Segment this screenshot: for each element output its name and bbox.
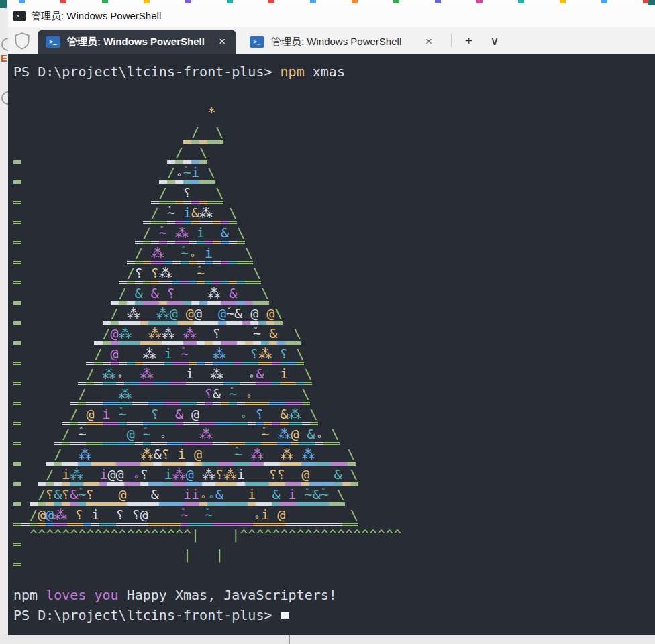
terminal-line: / ⁂ ?& ~ ∘ \ [13,384,652,404]
background-app-bottom-strip [0,635,655,644]
terminal-cursor [281,612,289,619]
terminal-line: / \ [13,122,652,142]
terminal-line: / i⁂ i@@ ∘? i⁂@ ⁂?⁂i ?? @ & \ [13,464,652,484]
background-app-letter: E [1,52,7,64]
terminal-line: /@@⁂ ? i ? ?@ ~ ~ ∘i @ \ [13,504,652,525]
tab-separator [451,34,452,47]
terminal-line: / ⁂ ⁂@ @@ @~& @ @\ [13,303,652,323]
new-tab-button[interactable]: + [460,32,478,50]
terminal-line: / ⁂ ⁂&? i @ ~ ⁂ ⁂ ⁂ \ [13,444,652,464]
powershell-tab-icon: >_ [250,36,264,48]
powershell-icon: >_ [13,11,26,21]
terminal-line: / ⁂∘ ⁂ i ⁂ ∘& i \ [13,364,652,384]
terminal-line [13,82,652,102]
terminal-line: / ⁂ ~∘ i \ [13,243,652,263]
background-divider-line [289,635,290,644]
terminal-line: /?&?&~? @ & ii∘∘& i & i ~&~ \ [13,484,652,504]
terminal-line: / \ [13,142,652,162]
background-app-left-strip: E [0,5,8,635]
terminal-line: | | [13,545,652,565]
tab-powershell-inactive[interactable]: >_ 管理员: Windows PowerShell × [242,30,443,54]
terminal-line: / ~ i&⁂ \ [13,203,652,223]
tab-bar: >_ 管理员: Windows PowerShell × >_ 管理员: Win… [8,27,655,54]
shield-icon [13,32,31,50]
terminal-line: / ~ @ ~ ∘ ⁂ ~ ⁂@ &∘ \ [13,424,652,444]
terminal-line: PS D:\project\ltcins-front-plus> [13,605,652,625]
tab-close-icon[interactable]: × [216,35,228,48]
terminal-line: npm loves you Happy Xmas, JavaScripters! [13,585,652,605]
terminal-line: /∘~i \ [13,162,652,182]
tab-powershell-active[interactable]: >_ 管理员: Windows PowerShell × [38,30,236,54]
terminal-line: /@⁂ ⁂⁂ ⁂ ? ~ & \ [13,323,652,343]
powershell-tab-icon: >_ [46,36,60,48]
window-title: 管理员: Windows PowerShell [31,10,161,23]
background-app-sliver [0,0,655,5]
terminal-line: / @ i ~ ? & @ ∘ ? &⁂ \ [13,404,652,424]
tab-dropdown-button[interactable]: ∨ [485,32,505,50]
terminal-line: / ~ ⁂ i & \ [13,223,652,243]
window-titlebar[interactable]: >_ 管理员: Windows PowerShell [8,5,655,27]
terminal-line: * [13,102,652,122]
background-corner-left [0,0,7,8]
terminal-line: / ? \ [13,182,652,203]
terminal-line: / & & ? ⁂ & \ [13,283,652,303]
terminal-output[interactable]: PS D:\project\ltcins-front-plus> npm xma… [8,54,655,635]
tab-close-icon[interactable]: × [423,35,435,48]
terminal-line: PS D:\project\ltcins-front-plus> npm xma… [13,62,652,82]
terminal-line: ^^^^^^^^^^^^^^^^^^^^| |^^^^^^^^^^^^^^^^^… [13,525,652,545]
terminal-line [13,565,652,585]
tab-title: 管理员: Windows PowerShell [271,36,416,48]
terminal-window: >_ 管理员: Windows PowerShell >_ 管理员: Windo… [8,5,655,635]
terminal-line: /? ?⁂ ~ \ [13,263,652,283]
tab-title: 管理员: Windows PowerShell [67,36,209,48]
terminal-line: / @ ⁂ i ~ ⁂ ?⁂ ? \ [13,343,652,364]
